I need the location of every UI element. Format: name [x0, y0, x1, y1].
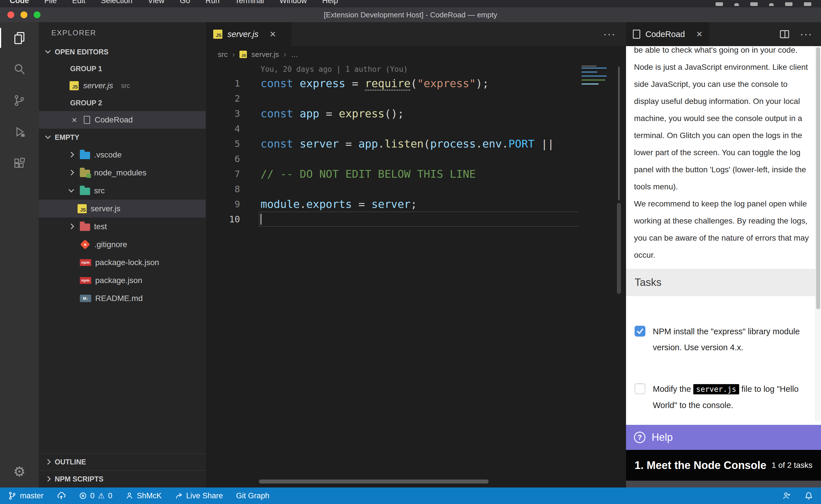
chevron-spacer [66, 240, 76, 249]
coderoad-webview: be able to check what's going on in your… [626, 46, 821, 487]
breadcrumb-file[interactable]: server.js [252, 50, 279, 59]
notifications-bell-icon[interactable] [804, 491, 813, 500]
code-editor[interactable]: You, 20 days ago | 1 author (You) 1const… [206, 63, 626, 487]
tree-item-vscode[interactable]: .vscode [39, 146, 206, 164]
editor-scrollbar-thumb[interactable] [617, 203, 621, 294]
menu-item-file[interactable]: File [44, 0, 57, 7]
code-line: 8 [206, 181, 626, 196]
open-editor-name: CodeRoad [95, 115, 133, 124]
tree-item-serverjs[interactable]: JS server.js [39, 200, 206, 218]
breadcrumb-folder[interactable]: src [218, 50, 228, 59]
line-number: 7 [206, 169, 240, 179]
publish-changes-button[interactable] [57, 491, 66, 500]
tab-serverjs[interactable]: JS server.js × [206, 22, 291, 46]
status-icon[interactable] [785, 2, 793, 6]
tree-item-gitignore[interactable]: .gitignore [39, 235, 206, 253]
settings-gear-button[interactable]: ⚙ [0, 456, 39, 487]
more-actions-icon[interactable]: ··· [800, 28, 812, 40]
editor-scrollbar[interactable] [618, 67, 620, 200]
warning-count: 0 [108, 491, 112, 500]
menu-item-edit[interactable]: Edit [72, 0, 85, 7]
live-share-user[interactable]: ShMcK [125, 491, 162, 500]
webview-scrollbar-thumb[interactable] [816, 47, 820, 309]
editor-actions: ··· [603, 22, 626, 46]
close-window-button[interactable] [7, 11, 14, 18]
close-icon[interactable]: × [70, 115, 79, 125]
horizontal-scrollbar[interactable] [259, 480, 489, 483]
open-editor-description: src [121, 82, 130, 90]
close-icon[interactable]: × [697, 29, 703, 39]
chevron-right-icon [43, 474, 52, 484]
menu-item-go[interactable]: Go [180, 0, 190, 7]
code-text [240, 214, 262, 225]
status-icon[interactable] [716, 2, 723, 6]
run-debug-activity-button[interactable] [0, 116, 39, 147]
extensions-activity-button[interactable] [0, 147, 39, 179]
live-share-button[interactable]: Live Share [175, 491, 223, 500]
tree-item-src[interactable]: src [39, 182, 206, 200]
tree-item-test[interactable]: test [39, 218, 206, 235]
status-icon[interactable] [734, 3, 739, 6]
tab-label: server.js [228, 30, 259, 39]
menu-item-view[interactable]: View [148, 0, 164, 7]
zoom-window-button[interactable] [34, 11, 40, 18]
breadcrumb-symbol[interactable]: … [291, 50, 298, 59]
menu-item-help[interactable]: Help [322, 0, 338, 7]
checkbox-checked[interactable] [635, 326, 646, 337]
macos-menu-bar: Code File Edit Selection View Go Run Ter… [0, 0, 821, 7]
problems-status[interactable]: 0 ⚠ 0 [79, 491, 112, 500]
close-icon[interactable]: × [270, 29, 276, 39]
more-actions-icon[interactable]: ··· [603, 28, 616, 40]
minimap[interactable] [579, 63, 610, 487]
webview-scrollbar[interactable] [815, 46, 821, 421]
open-editor-serverjs[interactable]: JS server.js src [39, 77, 206, 95]
task-text: NPM install the "express" library module… [653, 323, 812, 355]
tree-item-readme[interactable]: M↓ README.md [39, 289, 206, 307]
code-line: 3const app = express(); [206, 106, 626, 121]
checkbox-unchecked[interactable] [635, 383, 646, 394]
outline-section-header[interactable]: OUTLINE [39, 453, 206, 470]
editor-tab-bar: JS server.js × ··· [206, 22, 626, 46]
text-cursor [261, 214, 262, 225]
add-collaborator-icon[interactable] [782, 491, 791, 500]
status-icon[interactable] [750, 2, 758, 6]
src-folder-icon [80, 188, 90, 195]
npm-scripts-section-header[interactable]: NPM SCRIPTS [39, 470, 206, 487]
tree-item-package-json[interactable]: npm package.json [39, 271, 206, 289]
tree-item-package-lock[interactable]: npm package-lock.json [39, 253, 206, 271]
workspace-section-header[interactable]: EMPTY [39, 129, 206, 146]
git-branch-status[interactable]: master [8, 491, 44, 500]
source-control-activity-button[interactable] [0, 85, 39, 116]
split-editor-icon[interactable] [780, 30, 789, 38]
tab-coderoad[interactable]: CodeRoad × [626, 22, 709, 46]
open-editors-section-header[interactable]: OPEN EDITORS [39, 43, 206, 60]
code-line: 9module.exports = server; [206, 196, 626, 212]
code-line: 4 [206, 121, 626, 136]
extensions-icon [13, 157, 26, 170]
status-icon[interactable] [769, 3, 774, 6]
git-branch-icon [8, 491, 17, 500]
line-number: 10 [206, 214, 240, 225]
javascript-icon: JS [70, 81, 79, 90]
git-graph-button[interactable]: Git Graph [236, 491, 270, 500]
explorer-activity-button[interactable] [0, 22, 39, 54]
gitlens-blame-annotation: You, 20 days ago | 1 author (You) [206, 63, 626, 76]
clock-icon[interactable] [804, 2, 811, 6]
search-activity-button[interactable] [0, 54, 39, 85]
minimize-window-button[interactable] [21, 11, 27, 18]
menu-item-code[interactable]: Code [10, 0, 29, 7]
help-bar[interactable]: ? Help [626, 425, 821, 450]
task-text-prefix: Modify the [653, 384, 693, 394]
lesson-progress-bar[interactable]: 1. Meet the Node Console 1 of 2 tasks [626, 450, 821, 481]
source-control-icon [13, 94, 26, 107]
menu-item-terminal[interactable]: Terminal [235, 0, 264, 7]
menu-item-selection[interactable]: Selection [101, 0, 132, 7]
section-label: NPM SCRIPTS [55, 475, 103, 483]
error-count: 0 [90, 491, 95, 500]
line-number: 4 [206, 123, 240, 134]
open-editor-coderoad[interactable]: × CodeRoad [39, 111, 206, 129]
tree-item-node-modules[interactable]: node_modules [39, 164, 206, 182]
menu-item-window[interactable]: Window [279, 0, 307, 7]
menu-item-run[interactable]: Run [206, 0, 220, 7]
git-icon [80, 239, 90, 249]
